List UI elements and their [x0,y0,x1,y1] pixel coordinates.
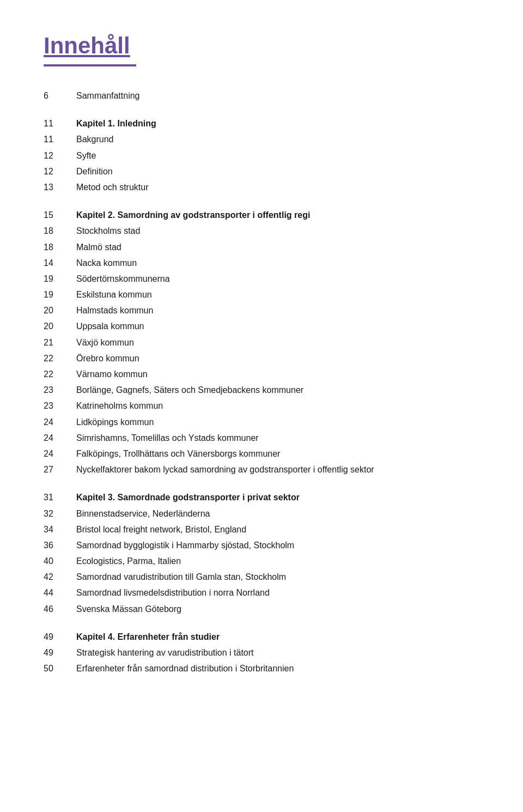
toc-entry-text: Eskilstuna kommun [76,287,479,303]
toc-row: 23Katrineholms kommun [44,398,479,414]
toc-page-number: 23 [44,383,76,398]
toc-row: 21Växjö kommun [44,335,479,351]
toc-chapter-heading: Kapitel 4. Erfarenheter från studier [76,629,479,645]
toc-row: 46Svenska Mässan Göteborg [44,602,479,617]
toc-page-number: 12 [44,148,76,164]
toc-entry-text: Binnenstadservice, Nederländerna [76,506,479,522]
toc-page-number: 13 [44,180,76,196]
toc-entry-text: Samordnad livsmedelsdistribution i norra… [76,585,479,601]
toc-row: 23Borlänge, Gagnefs, Säters och Smedjeba… [44,383,479,398]
toc-page-number: 27 [44,462,76,478]
toc-page-number: 22 [44,351,76,367]
toc-row: 12Syfte [44,148,479,164]
page-title: Innehåll [44,33,479,59]
toc-entry-text: Metod och struktur [76,180,479,196]
toc-row: 24Lidköpings kommun [44,415,479,431]
toc-page-number: 11 [44,132,76,148]
toc-entry-text: Strategisk hantering av varudistribution… [76,645,479,661]
toc-row: 22Örebro kommun [44,351,479,367]
toc-row: 34Bristol local freight network, Bristol… [44,522,479,538]
toc-entry-text: Falköpings, Trollhättans och Vänersborgs… [76,446,479,462]
toc-table: 6Sammanfattning11Kapitel 1. Inledning11B… [44,88,479,677]
toc-row: 19Södertörnskommunerna [44,271,479,287]
toc-row: 14Nacka kommun [44,256,479,271]
toc-page-number: 36 [44,538,76,554]
toc-page-number: 6 [44,88,76,104]
toc-entry-text: Nacka kommun [76,256,479,271]
toc-page-number: 24 [44,446,76,462]
toc-entry-text: Uppsala kommun [76,319,479,335]
toc-entry-text: Lidköpings kommun [76,415,479,431]
toc-page-number: 15 [44,208,76,223]
toc-page-number: 11 [44,116,76,132]
toc-page-number: 22 [44,367,76,383]
toc-page-number: 21 [44,335,76,351]
title-underline [44,64,136,66]
toc-page-number: 18 [44,223,76,239]
toc-page-number: 18 [44,240,76,256]
toc-entry-text: Nyckelfaktorer bakom lyckad samordning a… [76,462,479,478]
toc-row: 42Samordnad varudistribution till Gamla … [44,569,479,585]
toc-row: 11Kapitel 1. Inledning [44,116,479,132]
toc-entry-text: Syfte [76,148,479,164]
toc-chapter-heading: Kapitel 2. Samordning av godstransporter… [76,208,479,223]
toc-entry-text: Katrineholms kommun [76,398,479,414]
toc-page-number: 24 [44,431,76,446]
toc-page-number: 24 [44,415,76,431]
toc-page-number: 31 [44,490,76,506]
toc-row: 20Uppsala kommun [44,319,479,335]
toc-page-number: 50 [44,661,76,677]
toc-row: 18Malmö stad [44,240,479,256]
toc-entry-text: Definition [76,164,479,180]
toc-entry-text: Ecologistics, Parma, Italien [76,554,479,569]
toc-row: 49Strategisk hantering av varudistributi… [44,645,479,661]
toc-entry-text: Samordnad bygglogistik i Hammarby sjösta… [76,538,479,554]
toc-row: 22Värnamo kommun [44,367,479,383]
toc-page-number: 34 [44,522,76,538]
toc-page-number: 23 [44,398,76,414]
toc-row: 44Samordnad livsmedelsdistribution i nor… [44,585,479,601]
toc-entry-text: Stockholms stad [76,223,479,239]
toc-row: 18Stockholms stad [44,223,479,239]
toc-entry-text: Sammanfattning [76,88,479,104]
toc-row: 50Erfarenheter från samordnad distributi… [44,661,479,677]
toc-row: 27Nyckelfaktorer bakom lyckad samordning… [44,462,479,478]
toc-entry-text: Värnamo kommun [76,367,479,383]
toc-chapter-heading: Kapitel 1. Inledning [76,116,479,132]
toc-page-number: 49 [44,645,76,661]
toc-row: 40Ecologistics, Parma, Italien [44,554,479,569]
toc-entry-text: Växjö kommun [76,335,479,351]
toc-chapter-heading: Kapitel 3. Samordnade godstransporter i … [76,490,479,506]
toc-entry-text: Svenska Mässan Göteborg [76,602,479,617]
toc-page-number: 20 [44,303,76,319]
toc-row: 32Binnenstadservice, Nederländerna [44,506,479,522]
toc-entry-text: Örebro kommun [76,351,479,367]
toc-row: 24Simrishamns, Tomelillas och Ystads kom… [44,431,479,446]
toc-row: 11Bakgrund [44,132,479,148]
toc-page-number: 19 [44,271,76,287]
toc-page-number: 12 [44,164,76,180]
toc-entry-text: Bristol local freight network, Bristol, … [76,522,479,538]
toc-page-number: 20 [44,319,76,335]
toc-page-number: 49 [44,629,76,645]
toc-row: 31Kapitel 3. Samordnade godstransporter … [44,490,479,506]
toc-row: 49Kapitel 4. Erfarenheter från studier [44,629,479,645]
toc-page-number: 14 [44,256,76,271]
toc-row: 36Samordnad bygglogistik i Hammarby sjös… [44,538,479,554]
toc-row: 12Definition [44,164,479,180]
toc-row: 20Halmstads kommun [44,303,479,319]
toc-entry-text: Halmstads kommun [76,303,479,319]
toc-page-number: 40 [44,554,76,569]
toc-row: 24Falköpings, Trollhättans och Vänersbor… [44,446,479,462]
toc-entry-text: Erfarenheter från samordnad distribution… [76,661,479,677]
toc-row: 19Eskilstuna kommun [44,287,479,303]
toc-page-number: 42 [44,569,76,585]
toc-row: 6Sammanfattning [44,88,479,104]
toc-entry-text: Södertörnskommunerna [76,271,479,287]
toc-page-number: 44 [44,585,76,601]
toc-entry-text: Borlänge, Gagnefs, Säters och Smedjeback… [76,383,479,398]
toc-entry-text: Malmö stad [76,240,479,256]
toc-entry-text: Bakgrund [76,132,479,148]
toc-entry-text: Samordnad varudistribution till Gamla st… [76,569,479,585]
toc-page-number: 32 [44,506,76,522]
